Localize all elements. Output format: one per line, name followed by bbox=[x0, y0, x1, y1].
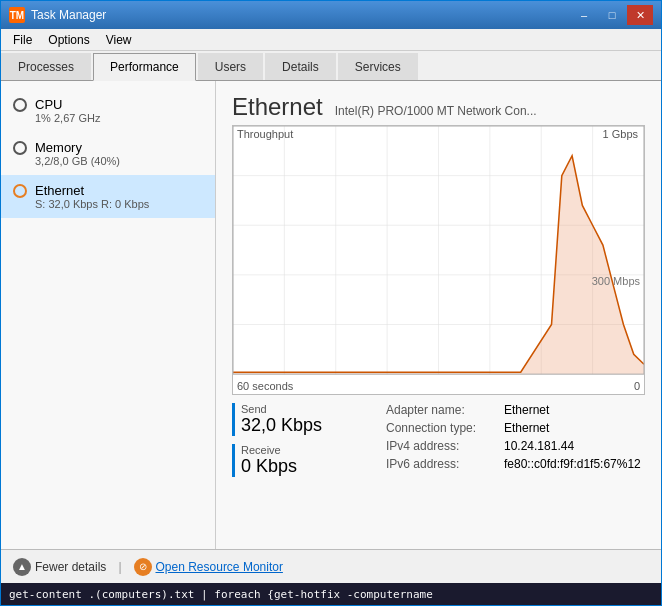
cmd-text: get-content .(computers).txt | foreach {… bbox=[9, 588, 433, 601]
menu-view[interactable]: View bbox=[98, 31, 140, 49]
chart-svg bbox=[233, 126, 644, 394]
stat-right: Adapter name: Ethernet Connection type: … bbox=[386, 403, 641, 477]
adapter-name-label: Adapter name: bbox=[386, 403, 496, 417]
memory-detail: 3,2/8,0 GB (40%) bbox=[35, 155, 203, 167]
connection-type-label: Connection type: bbox=[386, 421, 496, 435]
ethernet-indicator bbox=[13, 184, 27, 198]
ethernet-label: Ethernet bbox=[35, 183, 84, 198]
ipv6-label: IPv6 address: bbox=[386, 457, 496, 471]
bottom-bar: ▲ Fewer details | ⊘ Open Resource Monito… bbox=[1, 549, 661, 583]
tab-processes[interactable]: Processes bbox=[1, 53, 91, 80]
stat-left: Send 32,0 Kbps Receive 0 Kbps bbox=[232, 403, 362, 477]
chart-mid-label: 300 Mbps bbox=[592, 275, 640, 287]
maximize-button[interactable]: □ bbox=[599, 5, 625, 25]
receive-value: 0 Kbps bbox=[241, 456, 362, 477]
main-panel: Ethernet Intel(R) PRO/1000 MT Network Co… bbox=[216, 81, 661, 549]
sidebar-item-memory[interactable]: Memory 3,2/8,0 GB (40%) bbox=[1, 132, 215, 175]
ipv4-value: 10.24.181.44 bbox=[504, 439, 574, 453]
title-bar-left: TM Task Manager bbox=[9, 7, 106, 23]
tab-users[interactable]: Users bbox=[198, 53, 263, 80]
fewer-details-icon: ▲ bbox=[13, 558, 31, 576]
receive-stat: Receive 0 Kbps bbox=[232, 444, 362, 477]
app-icon: TM bbox=[9, 7, 25, 23]
tab-services[interactable]: Services bbox=[338, 53, 418, 80]
memory-label: Memory bbox=[35, 140, 82, 155]
throughput-chart: Throughput 1 Gbps 300 Mbps 60 seconds 0 bbox=[232, 125, 645, 395]
cpu-detail: 1% 2,67 GHz bbox=[35, 112, 203, 124]
send-value: 32,0 Kbps bbox=[241, 415, 362, 436]
sidebar: CPU 1% 2,67 GHz Memory 3,2/8,0 GB (40%) … bbox=[1, 81, 216, 549]
cmd-bar: get-content .(computers).txt | foreach {… bbox=[1, 583, 661, 605]
tab-performance[interactable]: Performance bbox=[93, 53, 196, 81]
resource-monitor-icon: ⊘ bbox=[134, 558, 152, 576]
open-resource-monitor-link[interactable]: ⊘ Open Resource Monitor bbox=[134, 558, 283, 576]
connection-type-row: Connection type: Ethernet bbox=[386, 421, 641, 435]
resource-monitor-label: Open Resource Monitor bbox=[156, 560, 283, 574]
task-manager-window: TM Task Manager – □ ✕ File Options View … bbox=[0, 0, 662, 606]
cpu-indicator bbox=[13, 98, 27, 112]
window-controls: – □ ✕ bbox=[571, 5, 653, 25]
sidebar-item-ethernet[interactable]: Ethernet S: 32,0 Kbps R: 0 Kbps bbox=[1, 175, 215, 218]
chart-zero-label: 0 bbox=[634, 380, 640, 392]
send-stat: Send 32,0 Kbps bbox=[232, 403, 362, 436]
close-button[interactable]: ✕ bbox=[627, 5, 653, 25]
content-area: CPU 1% 2,67 GHz Memory 3,2/8,0 GB (40%) … bbox=[1, 81, 661, 549]
fewer-details-link[interactable]: ▲ Fewer details bbox=[13, 558, 106, 576]
receive-label: Receive bbox=[241, 444, 362, 456]
title-bar: TM Task Manager – □ ✕ bbox=[1, 1, 661, 29]
menu-file[interactable]: File bbox=[5, 31, 40, 49]
ethernet-detail: S: 32,0 Kbps R: 0 Kbps bbox=[35, 198, 203, 210]
ipv4-row: IPv4 address: 10.24.181.44 bbox=[386, 439, 641, 453]
bottom-separator: | bbox=[118, 560, 121, 574]
chart-time-label: 60 seconds bbox=[237, 380, 293, 392]
minimize-button[interactable]: – bbox=[571, 5, 597, 25]
main-subtitle: Intel(R) PRO/1000 MT Network Con... bbox=[335, 104, 537, 118]
connection-type-value: Ethernet bbox=[504, 421, 549, 435]
ipv6-row: IPv6 address: fe80::c0fd:f9f:d1f5:67%12 bbox=[386, 457, 641, 471]
tab-details[interactable]: Details bbox=[265, 53, 336, 80]
main-header: Ethernet Intel(R) PRO/1000 MT Network Co… bbox=[232, 93, 645, 121]
window-title: Task Manager bbox=[31, 8, 106, 22]
send-label: Send bbox=[241, 403, 362, 415]
adapter-name-value: Ethernet bbox=[504, 403, 549, 417]
menu-options[interactable]: Options bbox=[40, 31, 97, 49]
tabs-bar: Processes Performance Users Details Serv… bbox=[1, 51, 661, 81]
adapter-row: Adapter name: Ethernet bbox=[386, 403, 641, 417]
menu-bar: File Options View bbox=[1, 29, 661, 51]
cpu-label: CPU bbox=[35, 97, 62, 112]
sidebar-item-cpu[interactable]: CPU 1% 2,67 GHz bbox=[1, 89, 215, 132]
chart-scale-label: 1 Gbps bbox=[603, 128, 638, 140]
fewer-details-label: Fewer details bbox=[35, 560, 106, 574]
memory-indicator bbox=[13, 141, 27, 155]
stats-grid: Send 32,0 Kbps Receive 0 Kbps Adapter na… bbox=[232, 403, 645, 477]
ipv4-label: IPv4 address: bbox=[386, 439, 496, 453]
ipv6-value: fe80::c0fd:f9f:d1f5:67%12 bbox=[504, 457, 641, 471]
throughput-label: Throughput bbox=[237, 128, 293, 140]
main-title: Ethernet bbox=[232, 93, 323, 121]
